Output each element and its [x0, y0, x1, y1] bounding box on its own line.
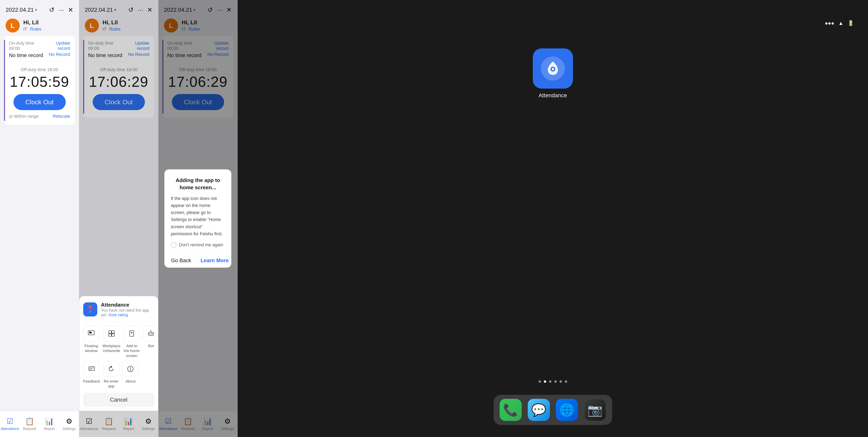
dock-safari[interactable]: 🌐: [556, 399, 578, 421]
learn-more-button[interactable]: Learn More: [198, 254, 231, 268]
request-icon: 📋: [104, 417, 113, 426]
panel2-date[interactable]: 2022.04.21 ▾: [85, 7, 116, 13]
no-record-badge: No Record: [123, 52, 149, 57]
attendance-icon: ☑: [86, 417, 92, 426]
dialog-overlay: Adding the app to home screen... If the …: [158, 0, 237, 437]
menu-bot[interactable]: Bot: [143, 325, 158, 358]
menu-feedback[interactable]: Feedback: [83, 361, 100, 389]
duty-card: On-duty time 09:00 No time record Update…: [83, 36, 154, 118]
user-dept: IT: [23, 27, 27, 32]
clock-time: 17:05:59: [10, 73, 69, 90]
dialog-actions: Go Back Learn More: [164, 253, 231, 268]
attendance-app-icon[interactable]: [533, 49, 573, 89]
menu-overlay: 📍 Attendance You have not rated the app …: [79, 296, 158, 411]
menu-about[interactable]: About: [122, 361, 138, 389]
svg-rect-4: [109, 334, 111, 336]
app-icon: 📍: [83, 302, 97, 316]
dont-remind-label: Don't remind me again: [179, 242, 223, 248]
more-icon[interactable]: ···: [138, 6, 143, 14]
panel1-header: 2022.04.21 ▾ ↺ ··· ✕: [0, 0, 79, 17]
headset-icon[interactable]: ↺: [49, 6, 55, 14]
clock-out-button[interactable]: Clock Out: [93, 94, 145, 110]
request-icon: 📋: [25, 417, 34, 426]
attendance-icon: ☑: [7, 417, 13, 426]
dock-phone[interactable]: 📞: [500, 399, 522, 421]
on-duty-row: On-duty time 09:00 No time record Update…: [9, 40, 70, 59]
relocate-link[interactable]: Relocate: [53, 114, 70, 119]
menu-reenter-app[interactable]: Re-enter app: [103, 361, 119, 389]
workplace-unfavorite-icon: [103, 325, 120, 342]
nav-attendance[interactable]: ☑ Attendance: [0, 411, 20, 437]
menu-add-home-screen[interactable]: Add to the home screen: [124, 325, 140, 358]
floating-window-label: Floating window: [83, 344, 99, 353]
report-icon: 📊: [124, 417, 133, 426]
bot-label: Bot: [148, 344, 154, 349]
update-record-link[interactable]: Update record: [123, 40, 149, 51]
close-icon[interactable]: ✕: [147, 6, 153, 14]
user-name: Hi, Lil: [102, 19, 121, 26]
nav-settings[interactable]: ⚙ Settings: [59, 411, 79, 437]
dot-2: [544, 380, 546, 383]
user-meta: IT Rules: [102, 27, 121, 32]
panel1-date[interactable]: 2022.04.21 ▾: [6, 7, 37, 13]
location-icon: ◎: [9, 114, 13, 119]
svg-point-10: [150, 333, 151, 334]
wifi-icon: ▲: [838, 20, 843, 26]
nav-report[interactable]: 📊 Report: [39, 411, 59, 437]
dot-6: [565, 380, 567, 383]
floating-window-icon: [83, 325, 99, 342]
nav-report[interactable]: 📊 Report: [119, 411, 138, 437]
svg-point-21: [130, 367, 131, 368]
user-rules[interactable]: Rules: [30, 27, 41, 32]
signal-icon: ●●●: [825, 20, 834, 26]
user-dept: IT: [102, 27, 106, 32]
svg-rect-3: [112, 331, 114, 333]
dock-camera[interactable]: 📷: [584, 399, 606, 421]
user-rules[interactable]: Rules: [109, 27, 121, 32]
panel-1: 2022.04.21 ▾ ↺ ··· ✕ L Hi, Lil IT Rules …: [0, 0, 79, 437]
attendance-app-label: Attendance: [538, 92, 567, 99]
give-rating-link[interactable]: Give rating: [108, 313, 128, 317]
panel2-header: 2022.04.21 ▾ ↺ ··· ✕: [79, 0, 158, 17]
menu-floating-window[interactable]: Floating window: [83, 325, 99, 358]
update-record-link[interactable]: Update record: [44, 40, 70, 51]
clock-out-button[interactable]: Clock Out: [13, 94, 66, 110]
reenter-app-icon: [103, 361, 119, 377]
user-row: L Hi, Lil IT Rules: [79, 17, 158, 36]
settings-label: Settings: [142, 427, 155, 431]
nav-request[interactable]: 📋 Request: [20, 411, 39, 437]
avatar: L: [6, 19, 20, 33]
card-border-left: [4, 40, 5, 121]
card-border-left: [83, 40, 84, 114]
nav-attendance[interactable]: ☑ Attendance: [79, 411, 99, 437]
about-icon: [122, 361, 138, 377]
nav-request[interactable]: 📋 Request: [99, 411, 119, 437]
headset-icon[interactable]: ↺: [128, 6, 134, 14]
app-feedback-text: Attendance You have not rated the app ye…: [101, 302, 154, 317]
add-home-screen-label: Add to the home screen: [124, 344, 140, 358]
dot-1: [538, 380, 541, 383]
cancel-button[interactable]: Cancel: [83, 393, 154, 407]
dont-remind-checkbox[interactable]: [171, 242, 177, 248]
off-duty-section: Off-duty time 18:00 17:05:59 Clock Out ◎…: [9, 65, 70, 120]
off-duty-section: Off-duty time 18:00 17:06:29 Clock Out: [88, 65, 149, 113]
menu-workplace-unfavorite[interactable]: Workplace Unfavorite: [102, 325, 120, 358]
dot-3: [549, 380, 552, 383]
clock-time: 17:06:29: [89, 73, 148, 90]
svg-rect-1: [89, 332, 92, 334]
on-duty-left: On-duty time 09:00 No time record: [9, 40, 44, 59]
more-icon[interactable]: ···: [59, 6, 64, 14]
settings-icon: ⚙: [66, 417, 72, 426]
dot-4: [554, 380, 557, 383]
go-back-button[interactable]: Go Back: [164, 254, 198, 268]
report-icon: 📊: [45, 417, 54, 426]
request-label: Request: [23, 427, 36, 431]
request-label: Request: [102, 427, 116, 431]
menu-grid-row1: Floating window Workplace Unfavorite: [83, 325, 154, 358]
close-icon[interactable]: ✕: [68, 6, 73, 14]
svg-point-11: [152, 333, 153, 334]
dock-messages[interactable]: 💬: [528, 399, 550, 421]
date-text: 2022.04.21: [85, 7, 113, 13]
feedback-icon: [84, 361, 100, 377]
nav-settings[interactable]: ⚙ Settings: [138, 411, 158, 437]
